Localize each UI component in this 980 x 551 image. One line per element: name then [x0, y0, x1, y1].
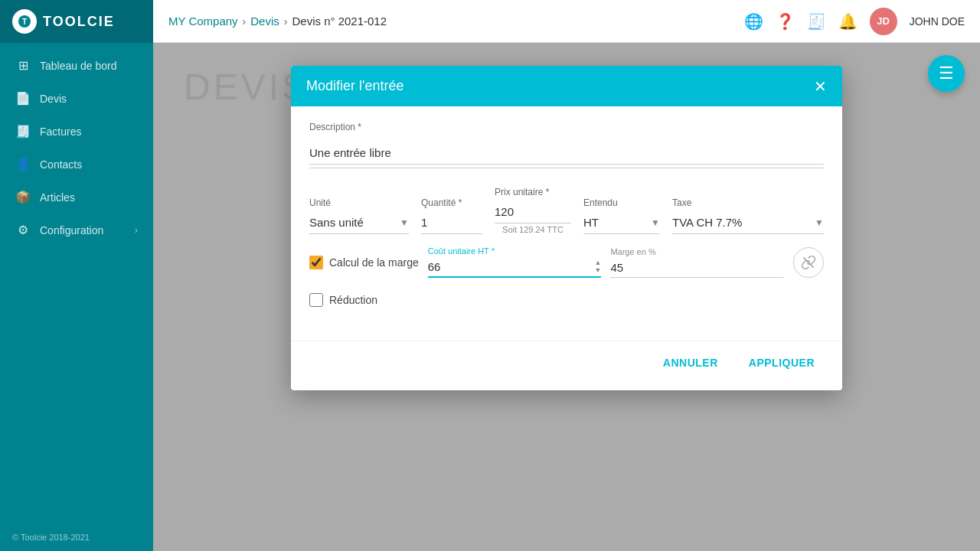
- sidebar-item-devis[interactable]: 📄 Devis: [0, 82, 153, 115]
- breadcrumb-section[interactable]: Devis: [250, 15, 279, 28]
- sidebar-item-configuration[interactable]: ⚙ Configuration ›: [0, 214, 153, 246]
- description-field: Description *: [309, 122, 824, 168]
- unite-field: Unité Sans unité ▼: [309, 197, 409, 234]
- sidebar-item-contacts[interactable]: 👤 Contacts: [0, 148, 153, 181]
- link-toggle-button[interactable]: [793, 247, 824, 278]
- dashboard-icon: ⊞: [15, 58, 31, 73]
- reduction-label: Réduction: [329, 294, 377, 306]
- prix-unitaire-field: Prix unitaire * Soit 129.24 TTC: [495, 187, 571, 234]
- devis-icon: 📄: [15, 91, 31, 106]
- taxe-select[interactable]: TVA CH 7.7% TVA CH 2.5% Exonéré: [672, 211, 824, 234]
- cout-spinner-down[interactable]: ▼: [594, 267, 601, 274]
- main-content: MY Company › Devis › Devis n° 2021-012 🌐…: [153, 0, 980, 551]
- cancel-button[interactable]: ANNULER: [654, 350, 727, 375]
- apply-button[interactable]: APPLIQUER: [740, 350, 824, 375]
- sidebar-item-label: Configuration: [40, 224, 103, 236]
- taxe-select-wrapper: TVA CH 7.7% TVA CH 2.5% Exonéré ▼: [672, 211, 824, 234]
- contacts-icon: 👤: [15, 157, 31, 171]
- topbar-actions: 🌐 ❓ 🧾 🔔 JD JOHN DOE: [744, 8, 965, 35]
- fab-icon: ☰: [939, 64, 954, 83]
- sidebar-item-label: Factures: [40, 126, 81, 138]
- breadcrumb-current: Devis n° 2021-012: [292, 15, 387, 28]
- description-value: [309, 135, 824, 168]
- cout-spinner: ▲ ▼: [594, 259, 601, 274]
- dialog-close-button[interactable]: ✕: [814, 79, 827, 94]
- bell-icon[interactable]: 🔔: [838, 12, 858, 31]
- factures-icon: 🧾: [15, 124, 31, 139]
- page-background: DEVIS Modifier l'entrée ✕ Description *: [153, 43, 980, 551]
- entendu-select-wrapper: HT TTC ▼: [583, 211, 660, 234]
- cout-label: Coût unitaire HT *: [428, 246, 602, 256]
- globe-icon[interactable]: 🌐: [744, 12, 763, 31]
- quantite-label: Quantité *: [421, 197, 482, 208]
- sidebar-logo: T TOOLCIE: [0, 0, 153, 43]
- svg-text:T: T: [22, 18, 27, 26]
- quantite-field: Quantité *: [421, 197, 482, 234]
- reduction-checkbox[interactable]: [309, 293, 323, 307]
- marge-label: Marge en %: [610, 247, 784, 256]
- sidebar-item-factures[interactable]: 🧾 Factures: [0, 115, 153, 148]
- prix-label: Prix unitaire *: [495, 187, 571, 197]
- calcul-marge-checkbox[interactable]: [309, 256, 323, 269]
- sidebar: T TOOLCIE ⊞ Tableau de bord 📄 Devis 🧾 Fa…: [0, 0, 153, 551]
- dialog-header: Modifier l'entrée ✕: [291, 66, 842, 106]
- config-expand-icon: ›: [135, 225, 138, 236]
- breadcrumb-sep-1: ›: [243, 15, 247, 28]
- dialog-body: Description * Unité Sans unité: [291, 106, 842, 341]
- breadcrumb: MY Company › Devis › Devis n° 2021-012: [168, 15, 387, 28]
- quantite-input[interactable]: [421, 211, 482, 234]
- calcul-marge-checkbox-wrapper: Calcul de la marge: [309, 256, 419, 269]
- calcul-marge-label: Calcul de la marge: [329, 256, 419, 269]
- taxe-field: Taxe TVA CH 7.7% TVA CH 2.5% Exonéré ▼: [672, 197, 824, 234]
- soit-ttc-text: Soit 129.24 TTC: [495, 225, 571, 234]
- cout-spinner-up[interactable]: ▲: [594, 259, 601, 266]
- entendu-label: Entendu: [583, 197, 660, 208]
- unite-select-wrapper: Sans unité ▼: [309, 211, 409, 234]
- sidebar-item-label: Articles: [40, 191, 75, 204]
- fields-row: Unité Sans unité ▼ Quantité *: [309, 187, 824, 234]
- prix-input[interactable]: [495, 201, 571, 223]
- logo-icon: T: [12, 9, 37, 34]
- description-input[interactable]: [309, 142, 824, 165]
- taxe-label: Taxe: [672, 197, 824, 208]
- fab-button[interactable]: ☰: [928, 55, 965, 92]
- user-avatar[interactable]: JD: [870, 8, 897, 35]
- margin-row: Calcul de la marge Coût unitaire HT * ▲ …: [309, 246, 824, 278]
- sidebar-nav: ⊞ Tableau de bord 📄 Devis 🧾 Factures 👤 C…: [0, 43, 153, 523]
- sidebar-item-articles[interactable]: 📦 Articles: [0, 181, 153, 214]
- svg-line-2: [803, 257, 813, 267]
- dialog-title: Modifier l'entrée: [306, 78, 404, 94]
- sidebar-footer: © Toolcie 2018-2021: [0, 523, 153, 551]
- margin-fields: Coût unitaire HT * ▲ ▼: [428, 246, 824, 278]
- user-name: JOHN DOE: [910, 15, 965, 28]
- unite-label: Unité: [309, 197, 409, 208]
- cout-field: Coût unitaire HT * ▲ ▼: [428, 246, 602, 278]
- cout-input-wrapper: ▲ ▼: [428, 257, 602, 278]
- entendu-select[interactable]: HT TTC: [583, 211, 660, 234]
- logo-text: TOOLCIE: [43, 14, 115, 30]
- sidebar-item-label: Contacts: [40, 158, 82, 171]
- marge-input[interactable]: [610, 258, 784, 278]
- reduction-row: Réduction: [309, 293, 824, 307]
- dialog-footer: ANNULER APPLIQUER: [291, 341, 842, 390]
- sidebar-item-tableau-de-bord[interactable]: ⊞ Tableau de bord: [0, 49, 153, 82]
- help-icon[interactable]: ❓: [776, 12, 795, 31]
- unite-select[interactable]: Sans unité: [309, 211, 409, 234]
- dialog: Modifier l'entrée ✕ Description *: [291, 66, 842, 390]
- sidebar-item-label: Tableau de bord: [40, 60, 116, 72]
- cout-input[interactable]: [428, 257, 595, 276]
- invoice-icon[interactable]: 🧾: [807, 12, 826, 31]
- entendu-field: Entendu HT TTC ▼: [583, 197, 660, 234]
- marge-field: Marge en %: [610, 247, 784, 278]
- breadcrumb-company[interactable]: MY Company: [168, 15, 238, 28]
- sidebar-item-label: Devis: [40, 93, 67, 105]
- topbar: MY Company › Devis › Devis n° 2021-012 🌐…: [153, 0, 980, 43]
- description-label: Description *: [309, 122, 824, 132]
- modal-overlay: Modifier l'entrée ✕ Description *: [153, 43, 980, 551]
- articles-icon: 📦: [15, 190, 31, 204]
- breadcrumb-sep-2: ›: [284, 15, 288, 28]
- config-icon: ⚙: [15, 223, 31, 237]
